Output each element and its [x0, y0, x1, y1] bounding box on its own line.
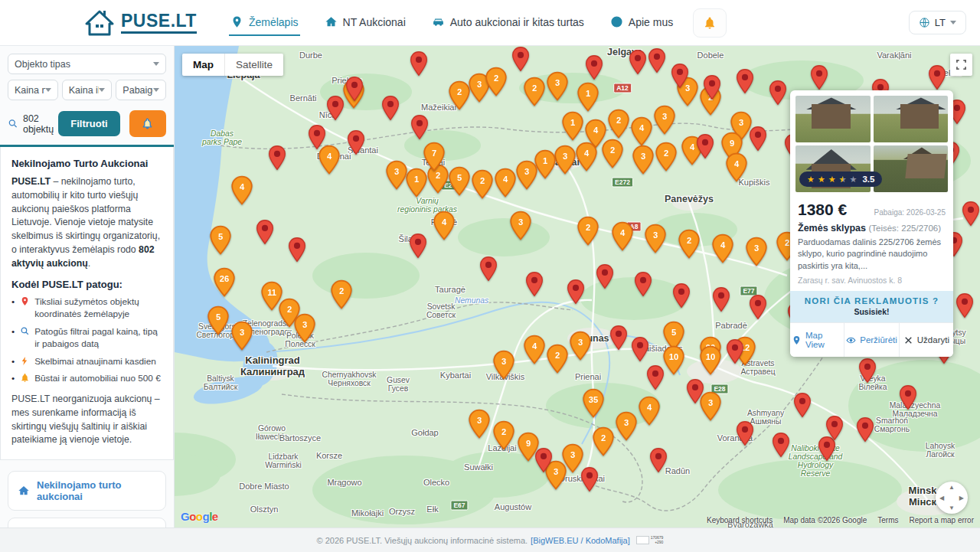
cluster-marker[interactable]: 4: [726, 152, 748, 185]
cluster-marker[interactable]: 2: [608, 109, 630, 142]
single-pin-marker[interactable]: [268, 145, 286, 174]
cluster-marker[interactable]: 3: [469, 409, 491, 442]
cluster-marker[interactable]: 3: [547, 71, 569, 104]
google-logo[interactable]: Google: [181, 510, 218, 523]
single-pin-marker[interactable]: [736, 68, 754, 97]
cluster-marker[interactable]: 5: [210, 225, 232, 258]
single-pin-marker[interactable]: [308, 124, 326, 153]
single-pin-marker[interactable]: [928, 64, 946, 93]
single-pin-marker[interactable]: [580, 466, 599, 495]
single-pin-marker[interactable]: [525, 271, 544, 300]
single-pin-marker[interactable]: [712, 286, 730, 315]
cluster-marker[interactable]: 7: [423, 142, 446, 175]
cluster-marker[interactable]: 3: [632, 145, 655, 178]
single-pin-marker[interactable]: [686, 378, 704, 407]
single-pin-marker[interactable]: [858, 358, 877, 387]
cluster-marker[interactable]: 3: [645, 224, 667, 256]
object-type-select[interactable]: Objekto tipas: [8, 54, 166, 74]
cluster-marker[interactable]: 2: [678, 229, 701, 262]
popup-action-1[interactable]: Map View: [790, 323, 844, 357]
single-pin-marker[interactable]: [585, 54, 603, 83]
single-pin-marker[interactable]: [479, 256, 498, 285]
credits-link[interactable]: [BigWEB.EU / KodoMafija]: [531, 536, 630, 545]
single-pin-marker[interactable]: [347, 129, 365, 158]
cluster-marker[interactable]: 2: [655, 142, 678, 175]
single-pin-marker[interactable]: [534, 447, 553, 476]
advertise-banner[interactable]: NORI ČIA REKLAMUOTIS ? Susisiek!: [790, 291, 953, 322]
fullscreen-button[interactable]: [950, 54, 972, 76]
cluster-marker[interactable]: 2: [602, 139, 624, 171]
cluster-marker[interactable]: 4: [612, 221, 634, 254]
single-pin-marker[interactable]: [410, 114, 429, 143]
satellite-view-button[interactable]: Satellite: [224, 54, 283, 76]
listing-photo-1[interactable]: [795, 96, 871, 142]
cluster-marker[interactable]: 4: [524, 335, 546, 367]
cluster-marker[interactable]: 2: [485, 67, 508, 100]
filter-button[interactable]: Filtruoti: [58, 111, 119, 136]
cluster-marker[interactable]: 3: [294, 313, 316, 346]
cluster-marker[interactable]: 3: [570, 331, 592, 364]
cluster-marker[interactable]: 10: [700, 345, 722, 378]
single-pin-marker[interactable]: [769, 80, 787, 109]
single-pin-marker[interactable]: [609, 325, 628, 354]
single-pin-marker[interactable]: [793, 392, 812, 421]
single-pin-marker[interactable]: [825, 415, 844, 444]
attribution-item-1[interactable]: Keyboard shortcuts: [707, 516, 773, 524]
single-pin-marker[interactable]: [410, 51, 428, 80]
single-pin-marker[interactable]: [629, 49, 647, 78]
single-pin-marker[interactable]: [646, 364, 665, 394]
single-pin-marker[interactable]: [326, 95, 345, 124]
cluster-marker[interactable]: 2: [472, 169, 494, 202]
single-pin-marker[interactable]: [696, 133, 714, 162]
single-pin-marker[interactable]: [810, 64, 828, 93]
attribution-item-3[interactable]: Terms: [877, 516, 898, 524]
cluster-marker[interactable]: 3: [516, 160, 538, 193]
single-pin-marker[interactable]: [596, 263, 614, 292]
nav-item-1[interactable]: Žemėlapis: [229, 9, 300, 36]
nav-item-2[interactable]: NT Aukcionai: [323, 9, 407, 36]
listing-photo-2[interactable]: [874, 96, 949, 142]
cluster-marker[interactable]: 3: [231, 321, 253, 354]
popup-action-3[interactable]: Uždaryti: [899, 323, 953, 357]
cluster-marker[interactable]: 2: [577, 216, 599, 249]
cluster-marker[interactable]: 4: [712, 234, 734, 266]
cluster-marker[interactable]: 4: [576, 142, 598, 175]
cluster-marker[interactable]: 35: [583, 388, 605, 421]
sidebar-link-2[interactable]: Automobilių varžytinės: [8, 518, 166, 528]
single-pin-marker[interactable]: [962, 201, 980, 230]
cluster-marker[interactable]: 3: [493, 350, 515, 383]
cluster-marker[interactable]: 4: [433, 211, 456, 243]
single-pin-marker[interactable]: [749, 294, 767, 323]
cluster-marker[interactable]: 4: [495, 168, 517, 201]
single-pin-marker[interactable]: [288, 237, 306, 266]
single-pin-marker[interactable]: [672, 283, 691, 312]
cluster-marker[interactable]: 10: [663, 345, 685, 378]
map-view-button[interactable]: Map: [182, 54, 224, 76]
cluster-marker[interactable]: 2: [493, 420, 515, 453]
single-pin-marker[interactable]: [256, 219, 274, 248]
end-date-select[interactable]: Pabaigos d: [116, 80, 166, 100]
single-pin-marker[interactable]: [345, 76, 364, 105]
cluster-marker[interactable]: 2: [449, 80, 471, 113]
single-pin-marker[interactable]: [956, 292, 974, 322]
map-canvas[interactable]: LiepājaDurbePriekuleBernātiNīcaDabas par…: [175, 46, 980, 528]
single-pin-marker[interactable]: [749, 126, 767, 155]
single-pin-marker[interactable]: [726, 338, 744, 367]
price-from-select[interactable]: Kaina nuo: [8, 80, 58, 100]
cluster-marker[interactable]: 3: [746, 237, 768, 269]
single-pin-marker[interactable]: [856, 416, 874, 446]
single-pin-marker[interactable]: [671, 63, 689, 92]
cluster-marker[interactable]: 2: [331, 279, 353, 312]
notifications-button[interactable]: [693, 8, 727, 38]
cluster-marker[interactable]: 26: [214, 267, 236, 300]
cluster-marker[interactable]: 1: [577, 82, 599, 115]
single-pin-marker[interactable]: [649, 447, 668, 476]
cluster-marker[interactable]: 3: [616, 411, 638, 444]
single-pin-marker[interactable]: [409, 233, 427, 262]
cluster-marker[interactable]: 5: [207, 305, 230, 338]
cluster-marker[interactable]: 1: [562, 111, 584, 144]
cluster-marker[interactable]: 3: [554, 145, 577, 178]
cluster-marker[interactable]: 4: [231, 175, 253, 208]
single-pin-marker[interactable]: [567, 279, 585, 308]
cluster-marker[interactable]: 2: [547, 344, 569, 377]
